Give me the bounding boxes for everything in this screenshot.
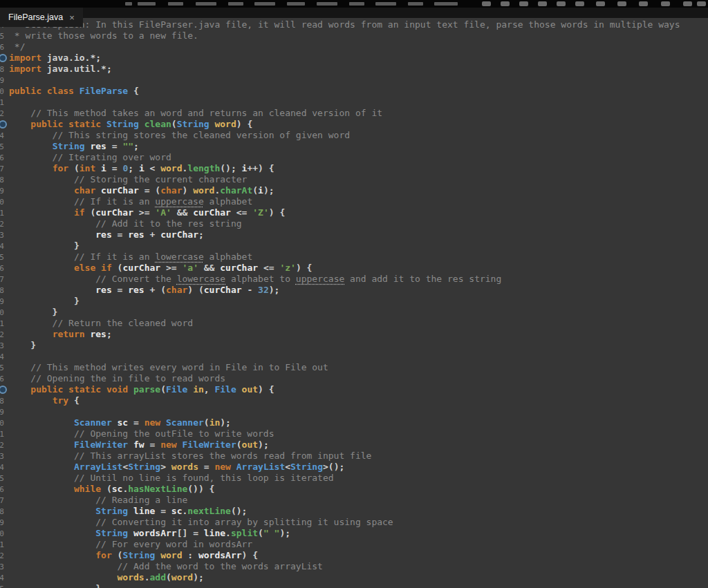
code-line: 19 char curChar = (char) word.charAt(i);: [0, 185, 708, 196]
gutter-line-number[interactable]: 9: [0, 75, 4, 86]
gutter-line-number[interactable]: 11: [0, 97, 4, 108]
gutter-line-number[interactable]: 40: [0, 417, 4, 428]
code-text: public class FileParse {: [9, 86, 139, 97]
gutter-line-number[interactable]: 26: [0, 263, 4, 274]
gutter-line-number[interactable]: 54: [0, 572, 4, 583]
code-text: */: [9, 41, 25, 53]
gutter-line-number[interactable]: 43: [0, 451, 4, 462]
code-text: String res = "";: [9, 141, 139, 152]
code-text: * Description: In this FileParser.java f…: [9, 19, 680, 30]
gutter-line-number[interactable]: 5: [0, 30, 4, 41]
code-line: 30 }: [0, 307, 708, 318]
code-line: 50 String wordsArr[] = line.split(" ");: [0, 528, 708, 539]
code-text: words.add(word);: [9, 572, 204, 583]
code-text: // This method writes every word in File…: [9, 362, 328, 373]
gutter-line-number[interactable]: 36: [0, 373, 4, 384]
gutter-line-number[interactable]: 14: [0, 130, 4, 141]
status-icon: [697, 1, 706, 6]
code-line: 10public class FileParse {: [0, 86, 708, 97]
code-line: 29 }: [0, 296, 708, 307]
gutter-line-number[interactable]: 12: [0, 108, 4, 119]
code-line: 6 */: [0, 41, 708, 53]
code-line: 41 // Opening the outFile to write words: [0, 428, 708, 439]
code-line: 27 // Convert the lowercase alphabet to …: [0, 274, 708, 285]
menu-item-fragment: [196, 2, 216, 6]
code-line: 40 Scanner sc = new Scanner(in);: [0, 417, 708, 428]
gutter-line-number[interactable]: 30: [0, 307, 4, 318]
gutter-line-number[interactable]: 39: [0, 406, 4, 417]
gutter-line-number[interactable]: 33: [0, 340, 4, 351]
gutter-line-number[interactable]: 23: [0, 229, 4, 240]
gutter-line-number[interactable]: 6: [0, 41, 4, 53]
gutter-line-number[interactable]: 24: [0, 240, 4, 252]
gutter-marker-icon[interactable]: [0, 386, 7, 394]
gutter-line-number[interactable]: 31: [0, 318, 4, 329]
gutter-line-number[interactable]: 34: [0, 351, 4, 362]
menu-item-fragment: [138, 2, 156, 6]
gutter-line-number[interactable]: 25: [0, 252, 4, 263]
tab-close-icon[interactable]: ×: [69, 13, 75, 22]
code-line: 15 String res = "";: [0, 141, 708, 152]
code-line: 31 // Return the cleaned word: [0, 318, 708, 329]
gutter-line-number[interactable]: 21: [0, 207, 4, 218]
gutter-line-number[interactable]: 47: [0, 495, 4, 506]
gutter-line-number[interactable]: 50: [0, 528, 4, 539]
code-line: 45 // Until no line is found, this loop …: [0, 473, 708, 484]
gutter-line-number[interactable]: 46: [0, 484, 4, 495]
gutter-line-number[interactable]: 53: [0, 561, 4, 572]
gutter-line-number[interactable]: 49: [0, 517, 4, 528]
gutter-line-number[interactable]: 29: [0, 296, 4, 307]
code-line: 47 // Reading a line: [0, 495, 708, 506]
gutter-line-number[interactable]: 44: [0, 462, 4, 473]
gutter-line-number[interactable]: 19: [0, 185, 4, 196]
gutter-line-number[interactable]: 8: [0, 64, 4, 75]
code-text: for (int i = 0; i < word.length(); i++) …: [9, 163, 274, 174]
code-line: 53 // Add the word to the words arrayLis…: [0, 561, 708, 572]
code-line: 44 ArrayList<String> words = new ArrayLi…: [0, 462, 708, 473]
status-icon: [639, 1, 648, 6]
code-editor[interactable]: 4 * Description: In this FileParser.java…: [0, 18, 708, 588]
gutter-line-number[interactable]: 20: [0, 196, 4, 207]
gutter-marker-icon[interactable]: [0, 120, 7, 129]
code-line: 32 return res;: [0, 329, 708, 340]
status-icon: [519, 1, 528, 6]
menu-item-fragment: [375, 2, 396, 6]
gutter-line-number[interactable]: 15: [0, 141, 4, 152]
gutter-line-number[interactable]: 10: [0, 86, 4, 97]
gutter-marker-icon[interactable]: [0, 54, 7, 62]
tab-strip: [0, 8, 708, 18]
gutter-line-number[interactable]: 18: [0, 174, 4, 185]
gutter-line-number[interactable]: 22: [0, 218, 4, 229]
tab-fileparse-java[interactable]: FileParse.java ×: [0, 8, 83, 27]
code-line: 52 for (String word : wordsArr) {: [0, 550, 708, 561]
code-line: 16 // Iterating over word: [0, 152, 708, 163]
gutter-line-number[interactable]: 35: [0, 362, 4, 373]
code-text: res = res + (char) (curChar - 32);: [9, 285, 279, 296]
code-line: 9: [0, 75, 708, 86]
gutter-line-number[interactable]: 45: [0, 473, 4, 484]
gutter-line-number[interactable]: 55: [0, 583, 4, 588]
gutter-line-number[interactable]: 48: [0, 506, 4, 517]
gutter-line-number[interactable]: 17: [0, 163, 4, 174]
code-line: 22 // Add it to the res string: [0, 218, 708, 229]
code-line: 39: [0, 406, 708, 417]
gutter-line-number[interactable]: 32: [0, 329, 4, 340]
code-text: ArrayList<String> words = new ArrayList<…: [9, 462, 344, 473]
gutter-line-number[interactable]: 27: [0, 274, 4, 285]
gutter-line-number[interactable]: 52: [0, 550, 4, 561]
code-text: while (sc.hasNextLine()) {: [9, 484, 214, 495]
gutter-line-number[interactable]: 16: [0, 152, 4, 163]
tab-title: FileParse.java: [8, 12, 63, 22]
gutter-line-number[interactable]: 42: [0, 439, 4, 451]
gutter-line-number[interactable]: 41: [0, 428, 4, 439]
code-line: 21 if (curChar >= 'A' && curChar <= 'Z')…: [0, 207, 708, 218]
code-text: // This string stores the cleaned versio…: [9, 130, 350, 141]
code-text: // Add the word to the words arrayList: [9, 561, 323, 572]
code-text: // Iterating over word: [9, 152, 171, 163]
gutter-line-number[interactable]: 38: [0, 395, 4, 406]
code-line: 38 try {: [0, 395, 708, 406]
menu-item-fragment: [125, 2, 132, 6]
code-text: try {: [9, 395, 80, 406]
gutter-line-number[interactable]: 28: [0, 285, 4, 296]
gutter-line-number[interactable]: 51: [0, 539, 4, 550]
